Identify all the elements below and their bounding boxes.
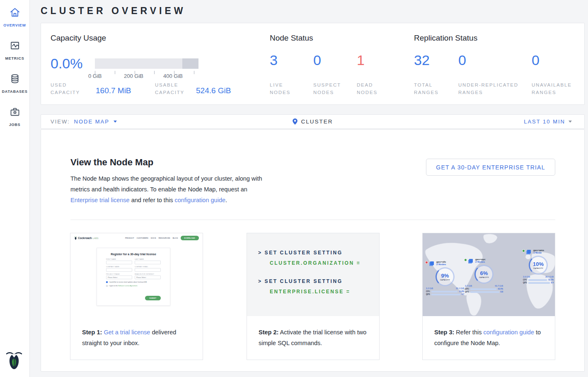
map-region-widget: geo=sfo 2 Nodes 9% CAPACITY 3.2 GiB 35.1… [425, 261, 465, 295]
region-node-count: 1 Node [533, 251, 544, 254]
capacity-axis-tick [115, 71, 115, 74]
step3-caption: Step 3: Refer this configuration guide t… [423, 316, 555, 348]
total-ranges-label: TOTAL RANGES [414, 81, 438, 96]
capacity-range-row: 3.2 GiB 35.1 GiB [426, 287, 464, 290]
used-capacity-label: USED CAPACITY [51, 81, 80, 96]
sidebar-item-label: METRICS [5, 56, 24, 60]
qps-row: QPS 8.8 [465, 291, 503, 293]
sidebar-item-databases[interactable]: DATABASES [0, 73, 29, 94]
enterprise-trial-license-link[interactable]: Enterprise trial license [70, 197, 130, 203]
suspect-nodes-count: 0 [313, 52, 321, 68]
qps-label: QPS [426, 293, 430, 295]
used-gib: 3.6 GiB [523, 276, 530, 278]
capacity-caption: CAPACITY [479, 276, 489, 278]
get-trial-license-link[interactable]: Get a trial license [104, 329, 150, 336]
sql-set-cluster-setting: > SET CLUSTER SETTING [258, 278, 379, 284]
cpu-row: CPU 42.5% [465, 288, 503, 290]
step3-card: geo=sfo 2 Nodes 9% CAPACITY 3.2 GiB 35.1… [422, 233, 555, 360]
configuration-guide-link[interactable]: configuration guide [483, 329, 534, 336]
capacity-axis-tick [194, 71, 194, 74]
live-nodes-label: LIVE NODES [270, 81, 290, 96]
location-pin-icon [292, 118, 298, 125]
capacity-usage-bar [95, 58, 198, 69]
mini-input [106, 261, 132, 264]
cluster-overview-page: OVERVIEW METRICS DATABASES [0, 0, 588, 377]
intro-line3-end: . [225, 197, 227, 203]
sql-enterprise-license: ENTERPRISE.LICENSE = [258, 289, 379, 295]
map-region-header: geo=ams 1 Node [522, 249, 554, 254]
node-cube-icon [527, 250, 531, 254]
mini-nav-customers: CUSTOMERS [137, 237, 148, 239]
chevron-down-icon [569, 121, 572, 123]
mini-checkbox-checked [106, 281, 108, 283]
get-enterprise-trial-button[interactable]: GET A 30-DAY ENTERPRISE TRIAL [426, 159, 555, 176]
mini-input [135, 268, 161, 272]
cpu-value: 11.0% [459, 290, 464, 292]
time-range-value[interactable]: LAST 10 MIN [524, 118, 565, 125]
mini-checkbox-row: I agree to the Software License Agreemen… [106, 285, 161, 287]
capacity-gauge: 9% CAPACITY [436, 267, 455, 286]
mini-input [106, 268, 132, 272]
sidebar: OVERVIEW METRICS DATABASES [0, 0, 30, 377]
status-dot-red-icon [425, 261, 428, 264]
sidebar-item-metrics[interactable]: METRICS [0, 40, 29, 61]
dead-nodes-count: 1 [357, 52, 365, 68]
sidebar-item-label: DATABASES [2, 89, 28, 94]
step1-caption: Step 1: Get a trial license delivered st… [70, 316, 203, 348]
total-gib: 43.7 GiB [495, 285, 503, 287]
mini-registration-form: Register for a 30-day trial license FIRS… [97, 248, 170, 306]
cpu-sparkbar [431, 291, 457, 292]
step3-label: Step 3: [434, 329, 454, 336]
view-value[interactable]: NODE MAP [74, 118, 109, 125]
view-dropdown[interactable]: VIEW: NODE MAP [41, 118, 215, 125]
mini-field-label: FIRST NAME [106, 259, 132, 260]
usable-capacity-value: 524.6 GiB [196, 86, 231, 95]
step1-card: Cockroach LABS PRODUCT CUSTOMERS DOCS RE… [70, 233, 203, 360]
cockroach-labs-logo-icon [74, 236, 77, 240]
qps-row: QPS 4.7 [426, 293, 464, 295]
sidebar-item-label: JOBS [9, 123, 21, 127]
configuration-guide-link[interactable]: configuration guide [174, 197, 225, 203]
capacity-tick-label: 400 GiB [163, 73, 183, 79]
sidebar-item-overview[interactable]: OVERVIEW [0, 7, 29, 28]
map-region-widget: geo=ams 1 Node 10% CAPACITY 3.6 GiB 36.4… [522, 249, 554, 284]
mini-checkbox-text: I agree to the Software License Agreemen… [109, 285, 138, 287]
capacity-range-row: 3.7 GiB 43.7 GiB [465, 285, 503, 287]
qps-value: 8.4 [551, 282, 554, 284]
region-node-count: 2 Nodes [436, 263, 446, 266]
database-icon [9, 73, 21, 85]
capacity-tick-label: 200 GiB [124, 73, 143, 79]
metrics-chart-icon [9, 40, 21, 51]
chevron-down-icon [114, 121, 117, 123]
cluster-breadcrumb-label: CLUSTER [301, 118, 333, 125]
page-title: CLUSTER OVERVIEW [41, 5, 186, 17]
cpu-sparkbar [470, 288, 496, 290]
qps-sparkbar [528, 282, 550, 284]
sql-cluster-organization: CLUSTER.ORGANIZATION = [258, 260, 379, 266]
mini-field-label: PROJECT PHASE [106, 273, 132, 275]
sidebar-item-jobs[interactable]: JOBS [0, 106, 29, 128]
mini-brand-name: Cockroach [78, 237, 92, 239]
capacity-usage-title: Capacity Usage [51, 34, 106, 43]
mini-field-label: COMPANY EMAIL [135, 266, 161, 268]
mini-checkbox-row: I would like to receive email updates ab… [106, 281, 161, 283]
capacity-percent: 0.0% [51, 56, 83, 72]
node-cube-icon [430, 261, 434, 265]
mini-field-label: LAST NAME [135, 259, 161, 260]
breadcrumb-cluster: CLUSTER [215, 118, 410, 125]
time-range-dropdown[interactable]: LAST 10 MIN [410, 118, 584, 125]
capacity-gauge: 10% CAPACITY [529, 256, 548, 275]
qps-label: QPS [523, 282, 527, 284]
home-icon [9, 7, 21, 18]
node-cube-icon [469, 259, 473, 263]
node-status-title: Node Status [270, 34, 313, 43]
replication-status-title: Replication Status [414, 34, 477, 43]
mini-input [135, 261, 161, 264]
step1-label: Step 1: [82, 329, 102, 336]
capacity-percent: 6% [480, 271, 488, 276]
intro-line3-mid: and refer to this [130, 197, 175, 203]
qps-value: 8.8 [501, 291, 503, 293]
used-gib: 3.2 GiB [426, 287, 433, 290]
mini-nav-docs: DOCS [151, 237, 156, 239]
total-gib: 36.4 GiB [545, 276, 554, 278]
